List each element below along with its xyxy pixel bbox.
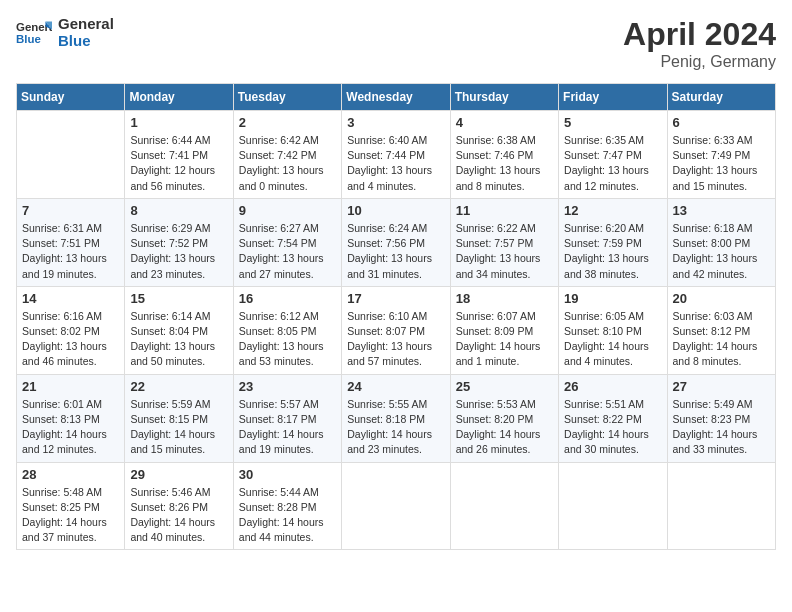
- logo-text-line2: Blue: [58, 33, 114, 50]
- calendar-cell: 10Sunrise: 6:24 AM Sunset: 7:56 PM Dayli…: [342, 198, 450, 286]
- day-number: 17: [347, 291, 444, 306]
- calendar-cell: 30Sunrise: 5:44 AM Sunset: 8:28 PM Dayli…: [233, 462, 341, 550]
- calendar-cell: 17Sunrise: 6:10 AM Sunset: 8:07 PM Dayli…: [342, 286, 450, 374]
- day-number: 27: [673, 379, 770, 394]
- day-info: Sunrise: 6:12 AM Sunset: 8:05 PM Dayligh…: [239, 309, 336, 370]
- calendar-cell: 23Sunrise: 5:57 AM Sunset: 8:17 PM Dayli…: [233, 374, 341, 462]
- day-number: 18: [456, 291, 553, 306]
- day-number: 29: [130, 467, 227, 482]
- day-info: Sunrise: 6:03 AM Sunset: 8:12 PM Dayligh…: [673, 309, 770, 370]
- svg-text:Blue: Blue: [16, 32, 41, 44]
- day-info: Sunrise: 5:57 AM Sunset: 8:17 PM Dayligh…: [239, 397, 336, 458]
- calendar-cell: 4Sunrise: 6:38 AM Sunset: 7:46 PM Daylig…: [450, 111, 558, 199]
- day-info: Sunrise: 5:51 AM Sunset: 8:22 PM Dayligh…: [564, 397, 661, 458]
- day-number: 24: [347, 379, 444, 394]
- calendar-table: SundayMondayTuesdayWednesdayThursdayFrid…: [16, 83, 776, 550]
- calendar-cell: 18Sunrise: 6:07 AM Sunset: 8:09 PM Dayli…: [450, 286, 558, 374]
- calendar-week-1: 1Sunrise: 6:44 AM Sunset: 7:41 PM Daylig…: [17, 111, 776, 199]
- logo: General Blue General Blue: [16, 16, 114, 49]
- calendar-cell: 6Sunrise: 6:33 AM Sunset: 7:49 PM Daylig…: [667, 111, 775, 199]
- day-info: Sunrise: 6:31 AM Sunset: 7:51 PM Dayligh…: [22, 221, 119, 282]
- day-number: 2: [239, 115, 336, 130]
- calendar-week-2: 7Sunrise: 6:31 AM Sunset: 7:51 PM Daylig…: [17, 198, 776, 286]
- day-info: Sunrise: 6:01 AM Sunset: 8:13 PM Dayligh…: [22, 397, 119, 458]
- day-info: Sunrise: 6:27 AM Sunset: 7:54 PM Dayligh…: [239, 221, 336, 282]
- calendar-cell: 13Sunrise: 6:18 AM Sunset: 8:00 PM Dayli…: [667, 198, 775, 286]
- day-info: Sunrise: 5:46 AM Sunset: 8:26 PM Dayligh…: [130, 485, 227, 546]
- calendar-cell: 14Sunrise: 6:16 AM Sunset: 8:02 PM Dayli…: [17, 286, 125, 374]
- calendar-cell: 28Sunrise: 5:48 AM Sunset: 8:25 PM Dayli…: [17, 462, 125, 550]
- day-info: Sunrise: 5:55 AM Sunset: 8:18 PM Dayligh…: [347, 397, 444, 458]
- calendar-cell: 1Sunrise: 6:44 AM Sunset: 7:41 PM Daylig…: [125, 111, 233, 199]
- day-info: Sunrise: 6:16 AM Sunset: 8:02 PM Dayligh…: [22, 309, 119, 370]
- day-info: Sunrise: 6:07 AM Sunset: 8:09 PM Dayligh…: [456, 309, 553, 370]
- calendar-cell: [17, 111, 125, 199]
- calendar-cell: 8Sunrise: 6:29 AM Sunset: 7:52 PM Daylig…: [125, 198, 233, 286]
- day-number: 19: [564, 291, 661, 306]
- day-number: 16: [239, 291, 336, 306]
- day-info: Sunrise: 6:24 AM Sunset: 7:56 PM Dayligh…: [347, 221, 444, 282]
- day-info: Sunrise: 6:44 AM Sunset: 7:41 PM Dayligh…: [130, 133, 227, 194]
- day-info: Sunrise: 6:29 AM Sunset: 7:52 PM Dayligh…: [130, 221, 227, 282]
- calendar-cell: 20Sunrise: 6:03 AM Sunset: 8:12 PM Dayli…: [667, 286, 775, 374]
- calendar-cell: 29Sunrise: 5:46 AM Sunset: 8:26 PM Dayli…: [125, 462, 233, 550]
- day-info: Sunrise: 5:53 AM Sunset: 8:20 PM Dayligh…: [456, 397, 553, 458]
- day-number: 21: [22, 379, 119, 394]
- calendar-cell: 2Sunrise: 6:42 AM Sunset: 7:42 PM Daylig…: [233, 111, 341, 199]
- calendar-cell: 21Sunrise: 6:01 AM Sunset: 8:13 PM Dayli…: [17, 374, 125, 462]
- day-number: 7: [22, 203, 119, 218]
- calendar-cell: 26Sunrise: 5:51 AM Sunset: 8:22 PM Dayli…: [559, 374, 667, 462]
- day-number: 1: [130, 115, 227, 130]
- day-number: 23: [239, 379, 336, 394]
- calendar-cell: 12Sunrise: 6:20 AM Sunset: 7:59 PM Dayli…: [559, 198, 667, 286]
- calendar-cell: 24Sunrise: 5:55 AM Sunset: 8:18 PM Dayli…: [342, 374, 450, 462]
- calendar-cell: 3Sunrise: 6:40 AM Sunset: 7:44 PM Daylig…: [342, 111, 450, 199]
- calendar-cell: [450, 462, 558, 550]
- day-number: 10: [347, 203, 444, 218]
- calendar-week-4: 21Sunrise: 6:01 AM Sunset: 8:13 PM Dayli…: [17, 374, 776, 462]
- page-header: General Blue General Blue April 2024 Pen…: [16, 16, 776, 71]
- calendar-header-row: SundayMondayTuesdayWednesdayThursdayFrid…: [17, 84, 776, 111]
- day-info: Sunrise: 6:38 AM Sunset: 7:46 PM Dayligh…: [456, 133, 553, 194]
- day-number: 4: [456, 115, 553, 130]
- day-info: Sunrise: 6:05 AM Sunset: 8:10 PM Dayligh…: [564, 309, 661, 370]
- day-info: Sunrise: 6:35 AM Sunset: 7:47 PM Dayligh…: [564, 133, 661, 194]
- header-day-saturday: Saturday: [667, 84, 775, 111]
- day-number: 12: [564, 203, 661, 218]
- day-info: Sunrise: 6:22 AM Sunset: 7:57 PM Dayligh…: [456, 221, 553, 282]
- day-info: Sunrise: 6:10 AM Sunset: 8:07 PM Dayligh…: [347, 309, 444, 370]
- calendar-week-5: 28Sunrise: 5:48 AM Sunset: 8:25 PM Dayli…: [17, 462, 776, 550]
- month-title: April 2024: [623, 16, 776, 53]
- day-number: 26: [564, 379, 661, 394]
- calendar-cell: 25Sunrise: 5:53 AM Sunset: 8:20 PM Dayli…: [450, 374, 558, 462]
- header-day-sunday: Sunday: [17, 84, 125, 111]
- day-number: 11: [456, 203, 553, 218]
- calendar-cell: 19Sunrise: 6:05 AM Sunset: 8:10 PM Dayli…: [559, 286, 667, 374]
- calendar-cell: 22Sunrise: 5:59 AM Sunset: 8:15 PM Dayli…: [125, 374, 233, 462]
- logo-icon: General Blue: [16, 18, 52, 48]
- header-day-wednesday: Wednesday: [342, 84, 450, 111]
- day-number: 28: [22, 467, 119, 482]
- calendar-cell: [559, 462, 667, 550]
- day-number: 8: [130, 203, 227, 218]
- location-title: Penig, Germany: [623, 53, 776, 71]
- day-info: Sunrise: 6:14 AM Sunset: 8:04 PM Dayligh…: [130, 309, 227, 370]
- day-number: 9: [239, 203, 336, 218]
- logo-text-line1: General: [58, 16, 114, 33]
- calendar-cell: 15Sunrise: 6:14 AM Sunset: 8:04 PM Dayli…: [125, 286, 233, 374]
- header-day-thursday: Thursday: [450, 84, 558, 111]
- day-number: 15: [130, 291, 227, 306]
- title-block: April 2024 Penig, Germany: [623, 16, 776, 71]
- calendar-cell: 11Sunrise: 6:22 AM Sunset: 7:57 PM Dayli…: [450, 198, 558, 286]
- header-day-friday: Friday: [559, 84, 667, 111]
- day-number: 6: [673, 115, 770, 130]
- day-info: Sunrise: 6:42 AM Sunset: 7:42 PM Dayligh…: [239, 133, 336, 194]
- day-info: Sunrise: 5:44 AM Sunset: 8:28 PM Dayligh…: [239, 485, 336, 546]
- day-number: 22: [130, 379, 227, 394]
- day-number: 5: [564, 115, 661, 130]
- calendar-cell: [667, 462, 775, 550]
- calendar-cell: [342, 462, 450, 550]
- calendar-cell: 7Sunrise: 6:31 AM Sunset: 7:51 PM Daylig…: [17, 198, 125, 286]
- calendar-cell: 16Sunrise: 6:12 AM Sunset: 8:05 PM Dayli…: [233, 286, 341, 374]
- day-number: 20: [673, 291, 770, 306]
